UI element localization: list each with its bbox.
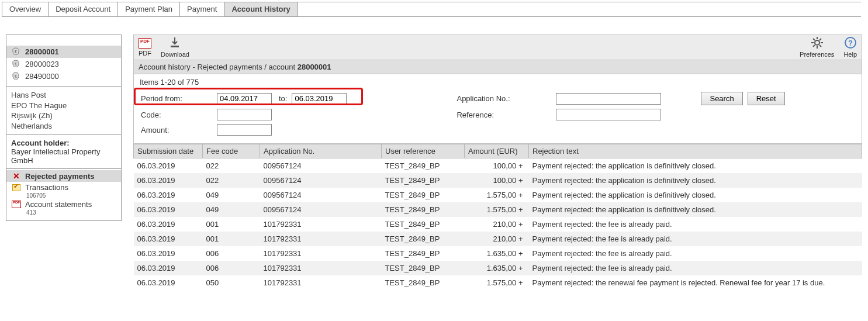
address-line: Netherlands bbox=[11, 121, 116, 132]
download-label: Download bbox=[161, 51, 189, 58]
search-button[interactable]: Search bbox=[701, 92, 742, 105]
reference-input[interactable] bbox=[556, 109, 661, 120]
table-cell: 100,00 + bbox=[465, 173, 529, 188]
address-block: Hans PostEPO The HagueRijswijk (Zh)Nethe… bbox=[6, 87, 121, 135]
sidebar-item-label: Account statements bbox=[25, 200, 92, 209]
table-cell: 101792331 bbox=[260, 261, 382, 275]
table-cell: 101792331 bbox=[260, 275, 382, 290]
table-row[interactable]: 06.03.2019022009567124TEST_2849_BP100,00… bbox=[134, 158, 862, 174]
preferences-button[interactable]: Preferences bbox=[800, 37, 834, 58]
tab-payment[interactable]: Payment bbox=[180, 2, 224, 16]
content-title: Account history - Rejected payments / ac… bbox=[133, 60, 862, 74]
table-cell: 06.03.2019 bbox=[134, 158, 203, 174]
pdf-button[interactable]: PDF bbox=[139, 38, 151, 57]
money-bag-icon: € bbox=[11, 47, 20, 57]
sidebar-item-rejected-payments[interactable]: ✕ Rejected payments bbox=[6, 170, 121, 182]
table-cell: 06.03.2019 bbox=[134, 173, 203, 188]
tab-deposit-account[interactable]: Deposit Account bbox=[49, 2, 118, 16]
table-row[interactable]: 06.03.2019049009567124TEST_2849_BP1.575,… bbox=[134, 202, 862, 217]
account-number: 28490000 bbox=[25, 72, 59, 81]
column-header[interactable]: Fee code bbox=[203, 144, 260, 158]
reference-label: Reference: bbox=[454, 107, 554, 122]
table-row[interactable]: 06.03.2019049009567124TEST_2849_BP1.575,… bbox=[134, 188, 862, 202]
table-cell: Payment rejected: the application is def… bbox=[529, 202, 862, 217]
table-row[interactable]: 06.03.2019001101792331TEST_2849_BP210,00… bbox=[134, 232, 862, 246]
svg-rect-6 bbox=[171, 46, 179, 47]
table-cell: 022 bbox=[203, 158, 260, 174]
tab-overview[interactable]: Overview bbox=[2, 2, 49, 16]
table-cell: TEST_2849_BP bbox=[382, 158, 465, 174]
table-cell: Payment rejected: the fee is already pai… bbox=[529, 217, 862, 232]
reset-button[interactable]: Reset bbox=[748, 92, 785, 105]
help-label: Help bbox=[843, 51, 857, 58]
table-cell: 049 bbox=[203, 202, 260, 217]
period-to-input[interactable] bbox=[292, 93, 347, 105]
account-holder-name: Bayer Intellectual Property GmbH bbox=[11, 147, 116, 165]
table-cell: TEST_2849_BP bbox=[382, 246, 465, 261]
code-input[interactable] bbox=[217, 109, 272, 120]
help-button[interactable]: ? Help bbox=[843, 37, 857, 58]
table-cell: 009567124 bbox=[260, 202, 382, 217]
period-from-label: Period from: bbox=[139, 90, 215, 107]
amount-input[interactable] bbox=[217, 124, 272, 136]
sidebar-item-label: Rejected payments bbox=[25, 172, 95, 181]
table-cell: Payment rejected: the renewal fee paymen… bbox=[529, 275, 862, 290]
account-number: 28000001 bbox=[25, 47, 59, 56]
filter-panel: Period from: to: Application No.: Search… bbox=[133, 90, 862, 144]
period-from-input[interactable] bbox=[217, 93, 272, 105]
svg-text:€: € bbox=[15, 50, 17, 54]
account-list: €28000001€28000023€28490000 bbox=[6, 35, 121, 87]
table-cell: TEST_2849_BP bbox=[382, 232, 465, 246]
table-cell: 1.575,00 + bbox=[465, 188, 529, 202]
table-cell: 1.635,00 + bbox=[465, 246, 529, 261]
column-header[interactable]: User reference bbox=[382, 144, 465, 158]
table-cell: TEST_2849_BP bbox=[382, 261, 465, 275]
table-cell: 210,00 + bbox=[465, 217, 529, 232]
sidebar-item-transactions[interactable]: Transactions bbox=[6, 182, 121, 193]
account-item[interactable]: €28490000 bbox=[6, 70, 121, 82]
period-to-label: to: bbox=[274, 90, 289, 107]
table-cell: Payment rejected: the fee is already pai… bbox=[529, 261, 862, 275]
sidebar-nav: ✕ Rejected payments Transactions 106705 … bbox=[6, 169, 121, 220]
table-cell: Payment rejected: the application is def… bbox=[529, 188, 862, 202]
table-row[interactable]: 06.03.2019050101792331TEST_2849_BP1.575,… bbox=[134, 275, 862, 290]
tab-account-history[interactable]: Account History bbox=[224, 2, 298, 16]
account-item[interactable]: €28000023 bbox=[6, 58, 121, 70]
table-row[interactable]: 06.03.2019022009567124TEST_2849_BP100,00… bbox=[134, 173, 862, 188]
table-row[interactable]: 06.03.2019001101792331TEST_2849_BP210,00… bbox=[134, 217, 862, 232]
table-cell: Payment rejected: the fee is already pai… bbox=[529, 246, 862, 261]
table-cell: 049 bbox=[203, 188, 260, 202]
table-cell: 009567124 bbox=[260, 158, 382, 174]
table-cell: TEST_2849_BP bbox=[382, 275, 465, 290]
column-header[interactable]: Application No. bbox=[260, 144, 382, 158]
application-no-input[interactable] bbox=[556, 93, 661, 105]
table-cell: 06.03.2019 bbox=[134, 246, 203, 261]
table-cell: 101792331 bbox=[260, 232, 382, 246]
table-row[interactable]: 06.03.2019006101792331TEST_2849_BP1.635,… bbox=[134, 246, 862, 261]
table-cell: 001 bbox=[203, 217, 260, 232]
gear-icon bbox=[811, 37, 823, 50]
download-button[interactable]: Download bbox=[161, 37, 189, 58]
svg-line-12 bbox=[813, 39, 815, 40]
table-cell: TEST_2849_BP bbox=[382, 202, 465, 217]
title-prefix: Account history - Rejected payments / ac… bbox=[139, 63, 298, 71]
address-line: EPO The Hague bbox=[11, 101, 116, 111]
sidebar-item-account-statements[interactable]: Account statements bbox=[6, 199, 121, 210]
table-cell: 1.575,00 + bbox=[465, 275, 529, 290]
account-item[interactable]: €28000001 bbox=[6, 46, 121, 58]
table-cell: 06.03.2019 bbox=[134, 261, 203, 275]
download-icon bbox=[170, 37, 180, 50]
sidebar: €28000001€28000023€28490000 Hans PostEPO… bbox=[6, 34, 122, 221]
tab-payment-plan[interactable]: Payment Plan bbox=[118, 2, 180, 16]
table-cell: 001 bbox=[203, 232, 260, 246]
table-cell: 06.03.2019 bbox=[134, 188, 203, 202]
table-cell: 101792331 bbox=[260, 217, 382, 232]
column-header[interactable]: Rejection text bbox=[529, 144, 862, 158]
help-icon: ? bbox=[845, 37, 856, 50]
svg-text:?: ? bbox=[848, 39, 853, 47]
table-cell: 006 bbox=[203, 261, 260, 275]
table-row[interactable]: 06.03.2019006101792331TEST_2849_BP1.635,… bbox=[134, 261, 862, 275]
table-cell: Payment rejected: the application is def… bbox=[529, 158, 862, 174]
column-header[interactable]: Submission date bbox=[134, 144, 203, 158]
column-header[interactable]: Amount (EUR) bbox=[465, 144, 529, 158]
